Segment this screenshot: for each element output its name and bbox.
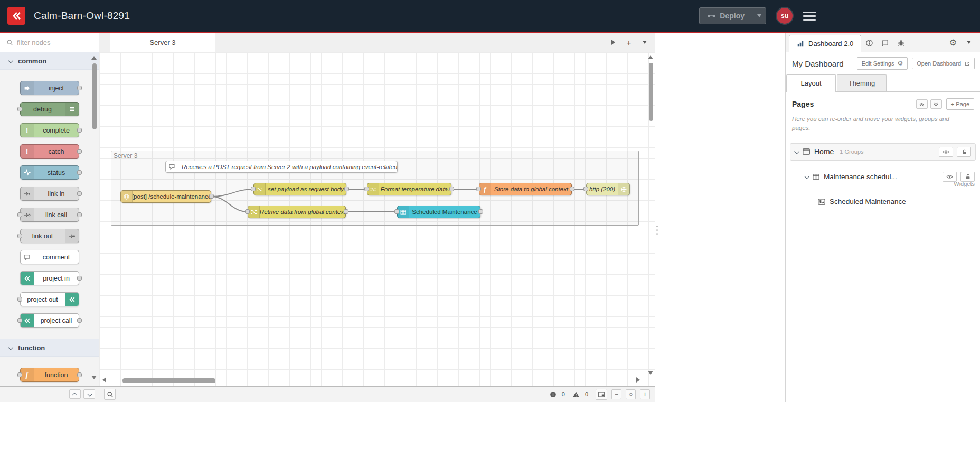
palette-search-input[interactable] (17, 39, 91, 46)
input-port[interactable] (364, 187, 369, 191)
palette-category-common[interactable]: common (0, 52, 99, 70)
node-change-set-payload[interactable]: set payload as request body (253, 183, 346, 195)
navigator-toggle-button[interactable] (596, 389, 607, 400)
palette-node-project-in[interactable]: project in (20, 271, 79, 285)
add-flow-button[interactable]: + (622, 36, 636, 49)
palette-expand-all-button[interactable] (83, 389, 95, 399)
tree-row-group-maintenance[interactable]: Maintenance schedul... Widgets (805, 169, 975, 185)
output-port[interactable] (77, 276, 82, 281)
tab-scroll-right-icon[interactable] (606, 36, 620, 49)
flow-list-caret-icon[interactable] (638, 36, 652, 49)
palette-node-complete[interactable]: ! complete (20, 123, 79, 137)
output-port[interactable] (77, 86, 82, 90)
input-port[interactable] (17, 297, 22, 302)
output-port[interactable] (77, 372, 82, 377)
input-port[interactable] (17, 318, 22, 323)
node-function-store-global[interactable]: f Store data to global context (479, 183, 572, 195)
expand-all-pages-button[interactable] (930, 99, 942, 109)
canvas-hscrollbar-thumb[interactable] (123, 378, 215, 383)
chevron-down-icon[interactable] (794, 148, 799, 154)
main-menu-button[interactable] (803, 10, 816, 23)
output-port[interactable] (77, 149, 82, 154)
chevron-down-icon[interactable] (804, 174, 809, 179)
palette-node-status[interactable]: status (20, 165, 79, 180)
input-port[interactable] (251, 187, 256, 191)
output-port[interactable] (344, 187, 349, 191)
palette-scroll-up-icon[interactable] (91, 56, 97, 60)
palette-node-comment[interactable]: comment (20, 250, 79, 264)
output-port[interactable] (344, 209, 348, 214)
palette-node-link-in[interactable]: link in (20, 187, 79, 201)
deploy-options-button[interactable] (752, 8, 766, 24)
palette-scrollbar-thumb[interactable] (92, 63, 97, 129)
node-http-response[interactable]: http (200) (586, 183, 630, 195)
sidebar-tab-info[interactable] (861, 35, 877, 51)
output-port[interactable] (449, 187, 454, 191)
canvas-scroll-down-icon[interactable] (648, 371, 653, 375)
output-port[interactable] (209, 194, 214, 199)
deploy-button[interactable]: Deploy (699, 7, 766, 24)
tree-row-page-home[interactable]: Home 1 Groups (790, 143, 976, 161)
palette-node-project-out[interactable]: project out (20, 292, 79, 306)
input-port[interactable] (476, 187, 481, 191)
flow-canvas[interactable]: Server 3 Receives a POST request from Se… (99, 52, 655, 386)
canvas-scroll-up-icon[interactable] (648, 55, 653, 59)
palette-node-function[interactable]: f function (20, 368, 79, 382)
dashboard-name: My Dashboard (792, 59, 853, 68)
input-port[interactable] (394, 209, 399, 214)
input-port[interactable] (17, 372, 22, 377)
sidebar-tab-dashboard[interactable]: Dashboard 2.0 (789, 35, 861, 52)
node-change-format-temperature[interactable]: Format temperature data. (367, 183, 451, 195)
output-port[interactable] (77, 170, 82, 175)
output-port[interactable] (77, 128, 82, 133)
open-dashboard-button[interactable]: Open Dashboard (912, 58, 975, 69)
gear-icon[interactable]: ⚙ (945, 34, 961, 50)
palette-node-link-out[interactable]: link out (20, 229, 79, 243)
output-port[interactable] (77, 212, 82, 217)
node-change-retrieve-global[interactable]: Retrive data from global context (248, 206, 346, 218)
tab-layout[interactable]: Layout (786, 74, 836, 92)
palette-node-link-call[interactable]: link call (20, 208, 79, 222)
sidebar-menu-caret-icon[interactable] (961, 34, 977, 50)
output-port[interactable] (77, 318, 82, 323)
node-http-in[interactable]: [post] /schedule-maintenance (120, 190, 211, 203)
palette-node-catch[interactable]: ! catch (20, 144, 79, 159)
input-port[interactable] (245, 209, 250, 214)
palette-node-inject[interactable]: inject (20, 81, 79, 95)
tree-row-widget-scheduled-maintenance[interactable]: Scheduled Maintenance (817, 194, 975, 209)
output-port[interactable] (478, 209, 483, 214)
node-ui-table[interactable]: Scheduled Maintenance (397, 206, 480, 218)
user-avatar[interactable]: su (777, 8, 793, 24)
inject-icon (21, 81, 34, 95)
sidebar-tab-debug[interactable] (893, 35, 909, 51)
palette-scroll-down-icon[interactable] (91, 376, 97, 379)
flow-tab-server3[interactable]: Server 3 (110, 33, 215, 52)
tab-theming[interactable]: Theming (837, 74, 887, 91)
output-port[interactable] (570, 187, 574, 191)
canvas-scroll-left-icon[interactable] (102, 377, 106, 383)
palette-collapse-all-button[interactable] (69, 389, 81, 399)
edit-settings-button[interactable]: Edit Settings ⚙ (857, 57, 908, 70)
canvas-search-button[interactable] (104, 389, 116, 400)
zoom-out-button[interactable]: − (611, 389, 621, 399)
input-port[interactable] (17, 234, 22, 238)
visibility-toggle-button[interactable] (939, 147, 953, 157)
comment-node[interactable]: Receives a POST request from Server 2 wi… (165, 161, 398, 173)
palette-category-function[interactable]: function (0, 339, 99, 357)
sidebar-splitter[interactable] (655, 33, 786, 402)
output-port[interactable] (77, 191, 82, 196)
sidebar-tab-help[interactable] (877, 35, 893, 51)
canvas-scroll-right-icon[interactable] (636, 377, 640, 383)
chevron-down-icon (8, 58, 13, 63)
zoom-reset-button[interactable]: ○ (626, 389, 636, 399)
input-port[interactable] (17, 107, 22, 111)
input-port[interactable] (583, 187, 588, 191)
zoom-in-button[interactable]: + (640, 389, 650, 399)
input-port[interactable] (17, 212, 22, 217)
add-page-button[interactable]: + Page (946, 98, 974, 110)
collapse-all-pages-button[interactable] (916, 99, 928, 109)
lock-toggle-button[interactable] (957, 147, 971, 157)
canvas-vscrollbar-thumb[interactable] (649, 63, 653, 121)
palette-node-debug[interactable]: debug (20, 102, 79, 116)
palette-node-project-call[interactable]: project call (20, 313, 79, 328)
